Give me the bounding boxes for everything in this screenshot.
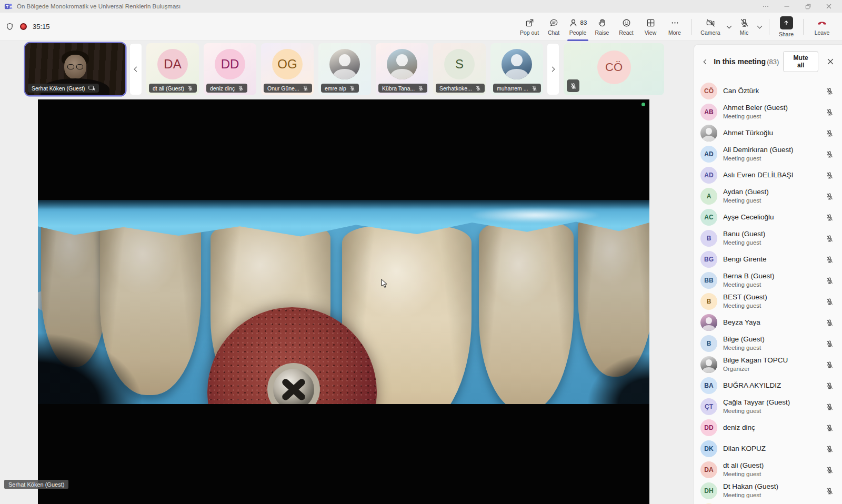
large-tile[interactable]: CÖ bbox=[564, 43, 664, 95]
video-shading bbox=[38, 325, 159, 404]
participant-mic-muted-button[interactable] bbox=[826, 150, 834, 158]
camera-button[interactable]: Camera bbox=[697, 13, 724, 41]
participant-tile[interactable]: DD deniz dinç bbox=[204, 43, 256, 95]
security-shield-icon[interactable] bbox=[5, 22, 14, 32]
chat-button[interactable]: Chat bbox=[542, 13, 566, 41]
participant-row[interactable]: B BEST (Guest) Meeting guest bbox=[694, 291, 842, 312]
participant-mic-muted-button[interactable] bbox=[826, 403, 834, 411]
participant-mic-muted-button[interactable] bbox=[826, 277, 834, 285]
participant-info: Beyza Yaya bbox=[723, 318, 760, 327]
participant-mic-muted-button[interactable] bbox=[826, 487, 834, 495]
participant-row[interactable]: AD Ali Demirkıran (Guest) Meeting guest bbox=[694, 144, 842, 165]
participant-mic-muted-button[interactable] bbox=[826, 172, 834, 179]
participant-row[interactable]: BB Berna B (Guest) Meeting guest bbox=[694, 270, 842, 291]
participant-mic-muted-button[interactable] bbox=[826, 214, 834, 221]
photo-silhouette bbox=[706, 128, 712, 135]
participant-row[interactable]: DK Dilan KOPUZ bbox=[694, 438, 842, 459]
window-more-button[interactable] bbox=[762, 3, 769, 10]
participant-mic-muted-button[interactable] bbox=[826, 193, 834, 200]
participant-row[interactable]: AD Aslı Evren DELİLBAŞI bbox=[694, 165, 842, 186]
participant-row[interactable]: BG Bengi Girente bbox=[694, 249, 842, 270]
participant-row[interactable]: B Bilge (Guest) Meeting guest bbox=[694, 333, 842, 354]
participant-mic-muted-button[interactable] bbox=[826, 424, 834, 432]
window-minimize-button[interactable] bbox=[783, 3, 790, 10]
mute-all-button[interactable]: Mute all bbox=[783, 51, 818, 72]
participant-mic-muted-button[interactable] bbox=[826, 235, 834, 243]
meeting-toolbar: 35:15 Pop out Chat 83 People Raise React bbox=[0, 13, 842, 41]
react-icon bbox=[622, 17, 632, 28]
featured-speaker-tile[interactable]: Serhat Köken (Guest) bbox=[25, 43, 125, 95]
participant-role: Meeting guest bbox=[723, 470, 764, 478]
share-button[interactable]: Share bbox=[774, 13, 798, 41]
popout-button[interactable]: Pop out bbox=[517, 13, 542, 41]
window-close-button[interactable] bbox=[825, 3, 833, 10]
participant-row[interactable]: DD deniz dinç bbox=[694, 417, 842, 438]
more-button[interactable]: More bbox=[663, 13, 687, 41]
panel-back-button[interactable] bbox=[700, 56, 709, 67]
participant-row[interactable]: B Banu (Guest) Meeting guest bbox=[694, 228, 842, 249]
camera-options-chevron[interactable] bbox=[724, 16, 734, 37]
participant-mic-muted-button[interactable] bbox=[826, 319, 834, 327]
participant-tile[interactable]: DA dt ali (Guest) bbox=[146, 43, 199, 95]
tile-name-badge: deniz dinç bbox=[206, 84, 247, 93]
mic-options-chevron[interactable] bbox=[755, 16, 764, 37]
main-stage-video[interactable] bbox=[38, 99, 649, 504]
raise-hand-icon bbox=[597, 17, 607, 28]
participant-row[interactable]: Ahmet Türkoğlu bbox=[694, 123, 842, 144]
participant-name: deniz dinç bbox=[723, 424, 755, 432]
participant-tile[interactable]: emre alp bbox=[318, 43, 371, 95]
participant-tile[interactable]: muharrem ... bbox=[490, 43, 543, 95]
mic-button[interactable]: Mic bbox=[734, 13, 755, 41]
participant-mic-muted-button[interactable] bbox=[826, 108, 834, 116]
mic-muted-icon bbox=[826, 108, 834, 116]
tile-name: Serhatkoke... bbox=[439, 85, 472, 92]
participant-row[interactable]: DA dt ali (Guest) Meeting guest bbox=[694, 459, 842, 480]
participant-mic-muted-button[interactable] bbox=[826, 361, 834, 369]
participant-row[interactable]: AB Ahmet Beler (Guest) Meeting guest bbox=[694, 102, 842, 123]
avatar-photo bbox=[502, 49, 532, 79]
mic-muted-icon bbox=[826, 129, 834, 137]
participant-mic-muted-button[interactable] bbox=[826, 340, 834, 348]
participant-row[interactable]: A Aydan (Guest) Meeting guest bbox=[694, 186, 842, 207]
raise-hand-button[interactable]: Raise bbox=[590, 13, 614, 41]
participant-mic-muted-button[interactable] bbox=[826, 382, 834, 390]
participant-mic-muted-button[interactable] bbox=[826, 87, 834, 95]
panel-close-button[interactable] bbox=[826, 56, 836, 67]
participant-row[interactable]: Beyza Yaya bbox=[694, 312, 842, 333]
recording-indicator-icon[interactable] bbox=[20, 23, 27, 30]
participant-mic-muted-button[interactable] bbox=[826, 445, 834, 453]
participant-row[interactable]: DH Dt Hakan (Guest) Meeting guest bbox=[694, 480, 842, 501]
participant-row[interactable]: BA BUĞRA AKYILDIZ bbox=[694, 375, 842, 396]
photo-silhouette bbox=[703, 325, 715, 331]
avatar-initials: AD bbox=[704, 172, 713, 179]
tooth bbox=[479, 222, 574, 404]
participant-mic-muted-button[interactable] bbox=[826, 256, 834, 264]
participant-row[interactable]: EÇ Ecenur Çağdaş (Guest) Meeting guest bbox=[694, 501, 842, 504]
participant-info: Ahmet Türkoğlu bbox=[723, 129, 773, 138]
participant-name: Dt Hakan (Guest) bbox=[723, 482, 778, 491]
tiles-scroll-right-button[interactable] bbox=[547, 43, 559, 95]
mic-muted-icon bbox=[826, 340, 834, 348]
participant-tile[interactable]: Kübra Tana... bbox=[376, 43, 428, 95]
react-button[interactable]: React bbox=[614, 13, 638, 41]
view-button[interactable]: View bbox=[638, 13, 663, 41]
participant-row[interactable]: ÇT Çağla Tayyar (Guest) Meeting guest bbox=[694, 396, 842, 417]
avatar-initials: AB bbox=[704, 108, 713, 116]
participant-tile[interactable]: S Serhatkoke... bbox=[433, 43, 486, 95]
people-button[interactable]: 83 People bbox=[566, 13, 590, 41]
avatar: CÖ bbox=[597, 51, 631, 84]
window-restore-button[interactable] bbox=[804, 3, 811, 10]
participant-mic-muted-button[interactable] bbox=[826, 298, 834, 306]
participant-mic-muted-button[interactable] bbox=[826, 466, 834, 474]
toolbar-separator bbox=[803, 19, 804, 35]
participant-name: BEST (Guest) bbox=[723, 293, 767, 302]
participant-row[interactable]: AC Ayşe Cecelioğlu bbox=[694, 207, 842, 228]
tiles-scroll-left-button[interactable] bbox=[129, 43, 142, 95]
participant-row[interactable]: Bilge Kagan TOPCU Organizer bbox=[694, 354, 842, 375]
leave-button[interactable]: Leave bbox=[808, 13, 836, 41]
participant-row[interactable]: CÖ Can Öztürk bbox=[694, 80, 842, 102]
photo-silhouette bbox=[511, 54, 523, 66]
participant-tile[interactable]: OG Onur Güne... bbox=[261, 43, 314, 95]
participant-mic-muted-button[interactable] bbox=[826, 129, 834, 137]
avatar: DA bbox=[157, 49, 188, 79]
